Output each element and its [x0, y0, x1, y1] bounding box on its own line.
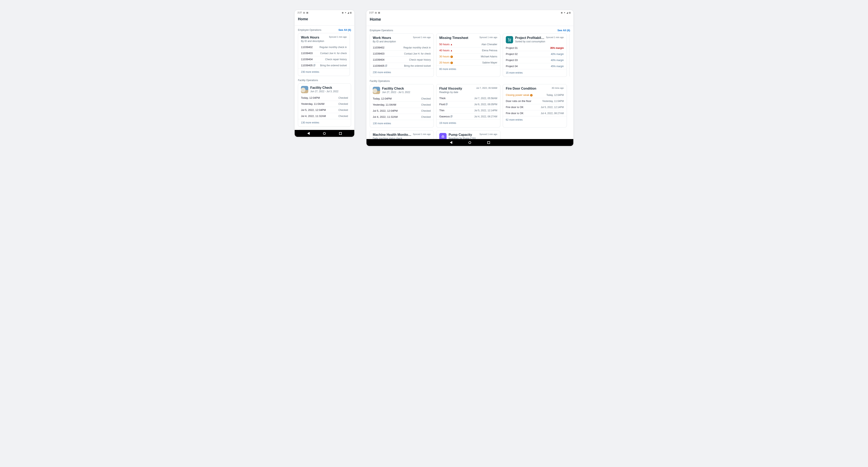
card-subtitle: By ID and description [301, 40, 347, 42]
section-title: Facility Operations [298, 79, 318, 82]
list-item[interactable]: Fire door is OKJul 4, 2022, 08:27AM [506, 110, 564, 116]
section-title: Employee Operations [370, 29, 393, 32]
list-item[interactable]: Fire door is OKJul 5, 2022, 12:14PM [506, 104, 564, 110]
eye-icon: ◉ [342, 11, 344, 14]
card-more[interactable]: 15 more entries [503, 69, 567, 77]
list-item[interactable]: Closing power weak!Today, 12:04PM [506, 92, 564, 98]
card-sync: Synced 1 min ago [479, 133, 497, 135]
list-item[interactable]: Project 0340% margin [506, 57, 564, 63]
card-more[interactable]: 230 more entries [298, 68, 350, 76]
back-icon[interactable] [450, 141, 452, 144]
card-title: Fluid Viscosity [439, 87, 462, 90]
list-item[interactable]: Door rubs on the floorYesterday, 11:04PM [506, 98, 564, 104]
list-item[interactable]: ThinJul 5, 2022, 12:14PM [439, 107, 497, 113]
eye-icon: ◉ [561, 11, 563, 14]
attachment-icon: 🗐 [385, 64, 388, 67]
card-missing-timesheet[interactable]: Missing Timesheet Synced 1 min ago 50 ho… [436, 33, 500, 77]
home-icon[interactable] [323, 132, 326, 135]
card-title: Work Hours [373, 36, 391, 40]
card-title: Project Profitability [515, 36, 545, 40]
recents-icon[interactable] [339, 132, 342, 135]
phone-device: 2:27 ▤ ▦ ◉ ▾ ◢ ▮ Home Employee Operation… [295, 10, 354, 137]
list-item[interactable]: 11039404Check repair history [301, 56, 347, 62]
card-project-profitability[interactable]: Project Profitability Synced 1 min ago S… [503, 33, 567, 77]
list-item[interactable]: 11039403Contact Joe H. for check [301, 50, 347, 56]
list-item[interactable]: 11039405🗐Bring the ordered toolset [301, 62, 347, 68]
battery-icon: ▮ [350, 11, 351, 14]
card-more[interactable]: 130 more entries [298, 119, 351, 127]
list-item[interactable]: Fluid🗐Jul 6, 2022, 06:05PM [439, 101, 497, 107]
card-subtitle: Jun 27, 2022 - Jul 3, 2022 [310, 90, 348, 93]
battery-icon: ▮ [569, 11, 570, 14]
card-title: Fire Door Condition [506, 87, 536, 90]
list-item[interactable]: Jul 5, 2022, 12:04PMChecked [301, 107, 348, 113]
list-item[interactable]: 40 hours▲Elena Petrova [439, 47, 497, 54]
card-facility-check[interactable]: Facility Check Jun 27, 2022 - Jul 3, 202… [370, 84, 434, 128]
list-item[interactable]: Jul 4, 2022, 11:32AMChecked [373, 114, 431, 120]
card-sync: Jul 7, 2022, 05:58AM [476, 87, 497, 89]
card-subtitle: Jun 27, 2022 - Jul 3, 2022 [382, 91, 431, 94]
card-more[interactable]: 230 more entries [370, 69, 434, 76]
calendar-icon: ▦ [378, 11, 380, 14]
card-more[interactable]: 80 more entries [436, 65, 500, 73]
card-title: Pump Capacity [448, 133, 472, 137]
list-item[interactable]: 30 hours!Michael Adams [439, 54, 497, 60]
list-item[interactable]: Jul 4, 2022, 11:32AMChecked [301, 113, 348, 119]
cart-icon [506, 36, 513, 43]
card-more[interactable]: 19 more entries [436, 120, 500, 127]
card-subtitle: Readings by date [439, 91, 497, 94]
home-icon[interactable] [468, 141, 471, 144]
card-work-hours[interactable]: Work Hours Synced 1 min ago By ID and de… [370, 33, 434, 77]
list-item[interactable]: 11039405🗐Bring the ordered toolset [373, 63, 431, 69]
card-fire-door[interactable]: Fire Door Condition 30 mins ago Closing … [503, 84, 567, 128]
attachment-icon: 🗐 [313, 64, 316, 67]
card-more[interactable]: 62 more entries [503, 116, 567, 124]
list-item[interactable]: 50 hours▲Alan Chevalier [439, 41, 497, 47]
see-all-link[interactable]: See All (6) [558, 29, 570, 32]
robot-icon [439, 133, 446, 139]
page-title: Home [298, 17, 351, 21]
card-machine-health[interactable]: Machine Health Monitoring Synced 1 min a… [370, 130, 434, 139]
card-subtitle: Daily machine status check [373, 137, 431, 139]
warning-icon: ▲ [451, 43, 453, 45]
list-item[interactable]: Jul 5, 2022, 12:04PMChecked [373, 108, 431, 114]
svg-point-0 [508, 41, 509, 41]
card-fluid-viscosity[interactable]: Fluid Viscosity Jul 7, 2022, 05:58AM Rea… [436, 84, 500, 128]
list-item[interactable]: Project 0240% margin [506, 51, 564, 57]
list-item[interactable]: 11039402Regular monthly check in [373, 44, 431, 51]
android-navbar [295, 130, 354, 137]
card-pump-capacity[interactable]: Pump Capacity Synced 1 min ago Readings … [436, 130, 500, 139]
facility-photo-icon [373, 87, 380, 94]
card-sync: Synced 1 min ago [413, 133, 431, 135]
list-item[interactable]: Yesterday, 11:04AMChecked [373, 102, 431, 108]
image-icon: ▤ [303, 11, 305, 14]
see-all-link[interactable]: See All (6) [339, 28, 351, 31]
card-facility-check[interactable]: Facility Check Jun 27, 2022 - Jul 3, 202… [298, 83, 351, 127]
list-item[interactable]: 20 hours!Sabine Mayer [439, 60, 497, 65]
header: Home [367, 15, 573, 26]
list-item[interactable]: Yesterday, 11:04AMChecked [301, 101, 348, 107]
recents-icon[interactable] [487, 141, 490, 144]
back-icon[interactable] [307, 132, 310, 135]
alert-icon: ! [451, 56, 453, 58]
page-title: Home [370, 17, 570, 22]
card-work-hours[interactable]: Work Hours Synced 1 min ago By ID and de… [298, 33, 350, 76]
list-item[interactable]: Today, 12:04PMChecked [301, 95, 348, 101]
list-item[interactable]: 11039402Regular monthly check in [301, 44, 347, 50]
card-more[interactable]: 130 more entries [370, 120, 434, 127]
list-item[interactable]: Project 0135% margin [506, 45, 564, 51]
list-item[interactable]: Today, 12:04PMChecked [373, 96, 431, 102]
svg-point-4 [443, 137, 444, 137]
svg-point-1 [510, 41, 511, 41]
card-sync: Synced 1 min ago [479, 36, 497, 38]
list-item[interactable]: ThickJul 7, 2022, 05:58AM [439, 95, 497, 101]
list-item[interactable]: 11039403Contact Joe H. for check [373, 51, 431, 57]
card-subtitle: Readings for Pump C201 [448, 137, 497, 139]
card-sync: 30 mins ago [552, 87, 564, 89]
svg-point-3 [442, 137, 443, 137]
alert-icon: ! [451, 62, 453, 64]
list-item[interactable]: Gaseous🗐Jul 4, 2022, 08:27AM [439, 113, 497, 120]
list-item[interactable]: 11039404Check repair history [373, 57, 431, 63]
list-item[interactable]: Project 0445% margin [506, 63, 564, 69]
card-peek[interactable]: TiBy 11 11 11 11 44 [569, 33, 570, 77]
